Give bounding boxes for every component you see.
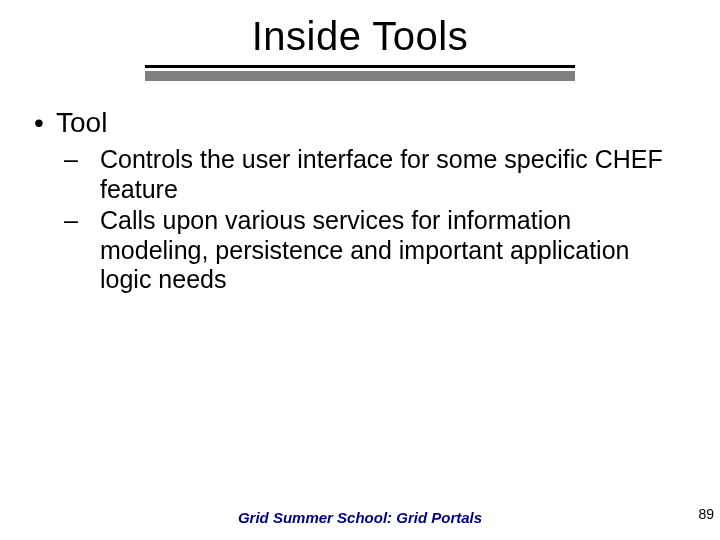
content-area: •Tool –Controls the user interface for s… [28,107,692,295]
slide-title: Inside Tools [252,14,469,59]
bullet-level1: •Tool [34,107,686,139]
rule-thin [145,65,575,68]
bullet-level2: –Calls upon various services for informa… [82,206,686,295]
rule-thick [145,71,575,81]
title-area: Inside Tools [28,14,692,81]
sub-bullet-text: Calls upon various services for informat… [100,206,629,293]
dash-icon: – [82,206,100,236]
bullet-dot-icon: • [34,107,56,139]
dash-icon: – [82,145,100,175]
bullet-text: Tool [56,107,107,138]
footer-text: Grid Summer School: Grid Portals [0,509,720,526]
page-number: 89 [698,506,714,522]
title-underline [145,65,575,81]
slide: Inside Tools •Tool –Controls the user in… [0,0,720,540]
sub-bullets: –Controls the user interface for some sp… [34,145,686,295]
sub-bullet-text: Controls the user interface for some spe… [100,145,663,203]
bullet-level2: –Controls the user interface for some sp… [82,145,686,204]
